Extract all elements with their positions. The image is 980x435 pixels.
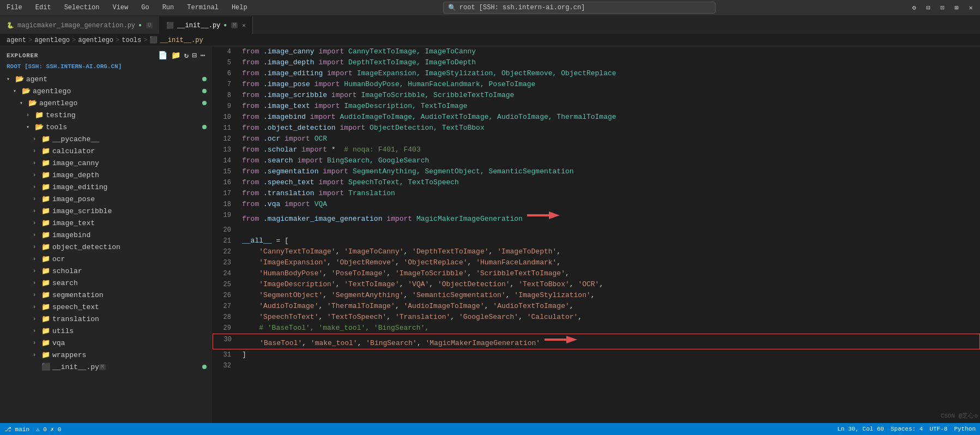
arrow-icon: › <box>33 280 41 286</box>
tree-item-label: segmentation <box>52 291 104 299</box>
sidebar-item-vqa[interactable]: ›📁vqa <box>0 337 212 349</box>
sidebar-item-image_pose[interactable]: ›📁image_pose <box>0 193 212 205</box>
tree-item-label: object_detection <box>52 243 120 251</box>
menu-file[interactable]: File <box>4 3 25 13</box>
folder-icon: 📁 <box>41 195 50 203</box>
menu-run[interactable]: Run <box>160 3 177 13</box>
sidebar-item-image_scribble[interactable]: ›📁image_scribble <box>0 205 212 217</box>
folder-icon: 📂 <box>28 99 37 107</box>
tree-item-label: testing <box>46 111 76 119</box>
minimize-button[interactable]: ⊟ <box>923 3 933 13</box>
sidebar-item-translation[interactable]: ›📁translation <box>0 313 212 325</box>
tree-item-label: calculator <box>52 147 95 155</box>
sidebar-item-agentlego1[interactable]: ▾📂agentlego <box>0 85 212 97</box>
sidebar-item-scholar[interactable]: ›📁scholar <box>0 265 212 277</box>
code-line-19: 19from .magicmaker_image_generation impo… <box>213 210 980 225</box>
search-icon: 🔍 <box>448 4 456 12</box>
tab-label-magicmaker: magicmaker_image_generation.py <box>17 22 135 29</box>
line-content: 'BaseTool', 'make_tool', 'BingSearch', '… <box>240 334 979 349</box>
line-number: 4 <box>213 46 240 57</box>
code-line-30: 30 'BaseTool', 'make_tool', 'BingSearch'… <box>213 334 980 349</box>
sidebar-item-utils[interactable]: ›📁utils <box>0 325 212 337</box>
collapse-all-icon[interactable]: ⊟ <box>192 51 197 60</box>
sidebar-item-image_canny[interactable]: ›📁image_canny <box>0 157 212 169</box>
line-content: 'ImageExpansion', 'ObjectRemove', 'Objec… <box>240 257 980 268</box>
title-search-area: 🔍 root [SSH: ssh.intern-ai.org.cn] <box>250 2 909 14</box>
tab-close-init[interactable]: ✕ <box>242 22 246 29</box>
settings-icon[interactable]: ⚙ <box>909 3 919 13</box>
more-actions-icon[interactable]: ⋯ <box>201 51 205 60</box>
breadcrumb-tools[interactable]: tools <box>122 37 141 44</box>
line-number: 31 <box>213 349 240 360</box>
sidebar-item-agent[interactable]: ▾📂agent <box>0 73 212 85</box>
menu-view[interactable]: View <box>110 3 130 13</box>
refresh-icon[interactable]: ↻ <box>184 51 189 60</box>
breadcrumb-sep4: > <box>143 37 147 44</box>
sidebar-item-agentlego2[interactable]: ▾📂agentlego <box>0 97 212 109</box>
folder-icon: 📁 <box>41 291 50 299</box>
modified-dot <box>202 77 207 81</box>
line-number: 17 <box>213 188 240 199</box>
sidebar-item-ocr[interactable]: ›📁ocr <box>0 253 212 265</box>
menu-edit[interactable]: Edit <box>33 3 53 13</box>
menu-selection[interactable]: Selection <box>62 3 102 13</box>
sidebar-item-testing[interactable]: ›📁testing <box>0 109 212 121</box>
folder-icon: 📂 <box>35 123 44 131</box>
line-number: 10 <box>213 112 240 123</box>
sidebar-item-tools[interactable]: ▾📂tools <box>0 121 212 133</box>
new-file-icon[interactable]: 📄 <box>158 51 168 60</box>
tab-magicmaker[interactable]: 🐍 magicmaker_image_generation.py ● U <box>0 16 160 34</box>
sidebar-item-__init__.py[interactable]: ⬛__init__.pyM <box>0 361 212 373</box>
arrow-icon: › <box>33 268 41 274</box>
menu-go[interactable]: Go <box>139 3 151 13</box>
split-button[interactable]: ⊞ <box>952 3 961 13</box>
window-controls: ⚙ ⊟ ⊡ ⊞ ✕ <box>909 3 976 13</box>
arrow-icon: › <box>33 184 41 190</box>
folder-icon: 📁 <box>41 267 50 275</box>
sidebar-item-image_editing[interactable]: ›📁image_editing <box>0 181 212 193</box>
search-bar[interactable]: 🔍 root [SSH: ssh.intern-ai.org.cn] <box>443 2 716 14</box>
sidebar-item-imagebind[interactable]: ›📁imagebind <box>0 229 212 241</box>
close-button[interactable]: ✕ <box>966 3 976 13</box>
sidebar-item-object_detection[interactable]: ›📁object_detection <box>0 241 212 253</box>
tree-item-label: image_depth <box>52 171 99 179</box>
tab-label-init: __init__.py <box>177 22 220 29</box>
line-content: from .ocr import OCR <box>240 134 980 144</box>
new-folder-icon[interactable]: 📁 <box>171 51 181 60</box>
arrow-icon: › <box>33 160 41 166</box>
line-number: 13 <box>213 144 240 155</box>
menu-terminal[interactable]: Terminal <box>185 3 221 13</box>
breadcrumb-agentlego1[interactable]: agentlego <box>34 37 70 44</box>
breadcrumb-init[interactable]: __init__.py <box>160 37 203 44</box>
sidebar-item-image_text[interactable]: ›📁image_text <box>0 217 212 229</box>
sidebar-item-__pycache__[interactable]: ›📁__pycache__ <box>0 133 212 145</box>
code-area[interactable]: 4from .image_canny import CannyTextToIma… <box>213 46 980 423</box>
tab-bar: 🐍 magicmaker_image_generation.py ● U ⬛ _… <box>0 15 980 34</box>
menu-help[interactable]: Help <box>229 3 250 13</box>
breadcrumb-sep1: > <box>28 37 32 44</box>
red-arrow-annotation-30 <box>545 334 577 348</box>
breadcrumb-agent[interactable]: agent <box>7 37 26 44</box>
folder-icon: 📁 <box>41 135 50 143</box>
statusbar-branch[interactable]: ⎇ main <box>4 426 29 433</box>
sidebar-item-search[interactable]: ›📁search <box>0 277 212 289</box>
tree-item-label: image_pose <box>52 195 95 203</box>
line-number: 24 <box>213 268 240 279</box>
maximize-button[interactable]: ⊡ <box>937 3 947 13</box>
arrow-icon: › <box>33 316 41 322</box>
folder-icon: 📁 <box>41 327 50 335</box>
sidebar-item-speech_text[interactable]: ›📁speech_text <box>0 301 212 313</box>
sidebar-item-image_depth[interactable]: ›📁image_depth <box>0 169 212 181</box>
sidebar-item-segmentation[interactable]: ›📁segmentation <box>0 289 212 301</box>
tree-item-label: search <box>52 279 78 287</box>
sidebar-item-wrappers[interactable]: ›📁wrappers <box>0 349 212 361</box>
code-line-10: 10from .imagebind import AudioImageToIma… <box>213 112 980 123</box>
statusbar-errors[interactable]: ⚠ 0 ✗ 0 <box>36 426 61 433</box>
breadcrumb-agentlego2[interactable]: agentlego <box>78 37 113 44</box>
tab-init[interactable]: ⬛ __init__.py ● M ✕ <box>160 16 253 34</box>
menu-bar: File Edit Selection View Go Run Terminal… <box>4 3 250 13</box>
line-number: 25 <box>213 279 240 290</box>
sidebar-item-calculator[interactable]: ›📁calculator <box>0 145 212 157</box>
code-line-11: 11from .object_detection import ObjectDe… <box>213 123 980 134</box>
folder-icon: 📁 <box>41 339 50 347</box>
